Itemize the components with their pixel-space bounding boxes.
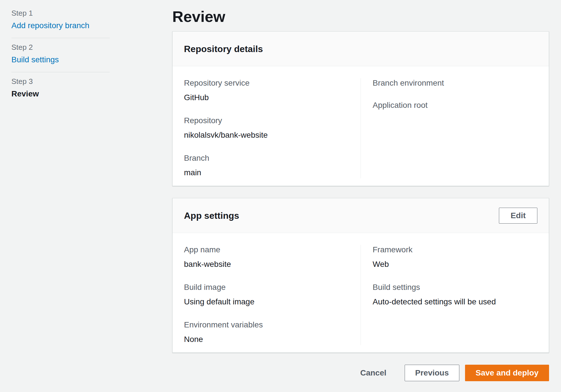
field-repository-service: Repository service GitHub xyxy=(184,78,349,103)
edit-button[interactable]: Edit xyxy=(499,208,537,224)
repository-details-card: Repository details Repository service Gi… xyxy=(172,31,549,186)
field-label: Build image xyxy=(184,282,349,292)
sidebar-divider xyxy=(11,38,110,38)
previous-button[interactable]: Previous xyxy=(405,365,459,381)
field-value: Using default image xyxy=(184,296,349,308)
cancel-button[interactable]: Cancel xyxy=(360,365,386,381)
field-build-image: Build image Using default image xyxy=(184,282,349,308)
page-title: Review xyxy=(172,7,549,26)
app-settings-left-column: App name bank-website Build image Using … xyxy=(184,245,361,345)
app-settings-title: App settings xyxy=(184,210,239,221)
field-label: Branch xyxy=(184,153,349,163)
repository-details-left-column: Repository service GitHub Repository nik… xyxy=(184,78,361,178)
field-repository: Repository nikolalsvk/bank-website xyxy=(184,116,349,141)
step-3-label: Step 3 xyxy=(11,77,110,86)
repository-details-header: Repository details xyxy=(173,32,549,66)
app-settings-body: App name bank-website Build image Using … xyxy=(173,233,549,352)
field-label: Build settings xyxy=(373,282,538,292)
field-branch: Branch main xyxy=(184,153,349,178)
footer-actions: Cancel Previous Save and deploy xyxy=(172,365,549,381)
field-label: Repository service xyxy=(184,78,349,88)
field-value: GitHub xyxy=(184,92,349,103)
app-settings-header: App settings Edit xyxy=(173,198,549,233)
field-label: Environment variables xyxy=(184,320,349,330)
field-value: nikolalsvk/bank-website xyxy=(184,129,349,141)
wizard-steps-sidebar: Step 1 Add repository branch Step 2 Buil… xyxy=(11,9,110,100)
field-label: Application root xyxy=(373,100,538,110)
field-label: Framework xyxy=(373,245,538,255)
field-label: Repository xyxy=(184,116,349,125)
field-branch-environment: Branch environment xyxy=(373,78,538,88)
field-label: App name xyxy=(184,245,349,255)
field-application-root: Application root xyxy=(373,100,538,110)
step-2-label: Step 2 xyxy=(11,43,110,52)
field-value: Auto-detected settings will be used xyxy=(373,296,538,308)
sidebar-item-add-repository-branch[interactable]: Add repository branch xyxy=(11,20,110,31)
sidebar-item-build-settings[interactable]: Build settings xyxy=(11,54,110,65)
repository-details-title: Repository details xyxy=(184,43,263,55)
step-2: Step 2 Build settings xyxy=(11,43,110,65)
repository-details-body: Repository service GitHub Repository nik… xyxy=(173,66,549,186)
app-settings-card: App settings Edit App name bank-website … xyxy=(172,198,549,353)
field-framework: Framework Web xyxy=(373,245,538,270)
repository-details-right-column: Branch environment Application root xyxy=(361,78,538,178)
sidebar-divider xyxy=(11,72,110,72)
field-value: Web xyxy=(373,259,538,270)
field-value: None xyxy=(184,334,349,345)
sidebar-item-review-current: Review xyxy=(11,88,110,100)
app-settings-right-column: Framework Web Build settings Auto-detect… xyxy=(361,245,538,345)
field-value: bank-website xyxy=(184,259,349,270)
step-3: Step 3 Review xyxy=(11,77,110,100)
field-build-settings: Build settings Auto-detected settings wi… xyxy=(373,282,538,308)
field-label: Branch environment xyxy=(373,78,538,88)
field-app-name: App name bank-website xyxy=(184,245,349,270)
step-1-label: Step 1 xyxy=(11,9,110,18)
main-content: Review Repository details Repository ser… xyxy=(172,0,549,381)
step-1: Step 1 Add repository branch xyxy=(11,9,110,31)
save-and-deploy-button[interactable]: Save and deploy xyxy=(465,365,549,381)
field-environment-variables: Environment variables None xyxy=(184,320,349,345)
field-value: main xyxy=(184,167,349,178)
